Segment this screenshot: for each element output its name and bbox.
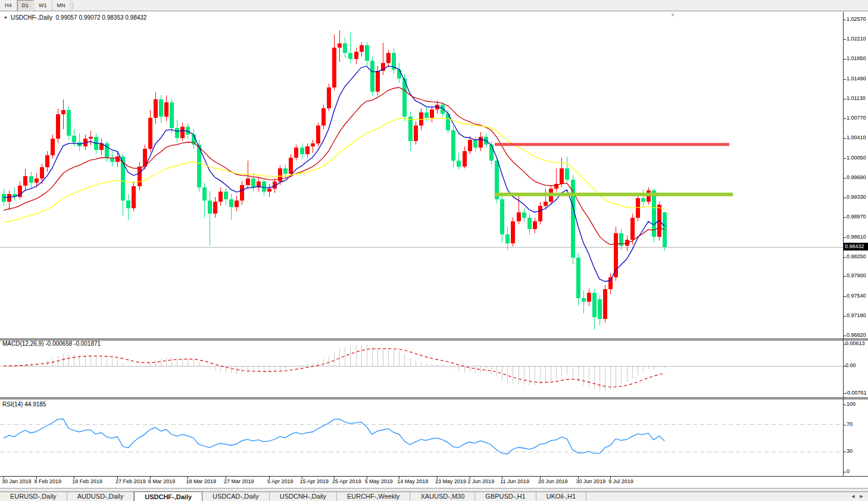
candles	[2, 30, 667, 329]
chart-shift-marker-icon: ▼	[670, 12, 675, 18]
chart-symbol-label: USDCHF-,Daily	[11, 14, 52, 21]
tab-scroll-right-icon[interactable]: ►	[857, 493, 866, 499]
toolbar-divider	[73, 1, 73, 10]
timeframe-toolbar: H4D1W1MN	[0, 0, 868, 11]
timeframe-button-w1[interactable]: W1	[34, 0, 52, 11]
chart-tab-eurchf-weekly[interactable]: EURCHF-,Weekly	[337, 492, 410, 501]
chart-ohlc-values: 0.99057 0.99072 0.98353 0.98432	[56, 14, 147, 21]
mt4-terminal: { "toolbar": { "timeframes": [ {"label":…	[0, 0, 868, 501]
chart-tab-audusd-daily[interactable]: AUDUSD-,Daily	[67, 492, 135, 501]
tab-scroller: ◄►	[849, 493, 866, 499]
symbol-dropdown-icon[interactable]: ▼	[4, 15, 8, 20]
rsi-label: RSI(14) 44.9185	[2, 401, 46, 408]
tab-scroll-left-icon[interactable]: ◄	[849, 493, 857, 499]
chart-tab-bar: ◄► EURUSD-,DailyAUDUSD-,DailyUSDCHF-,Dai…	[0, 491, 868, 501]
chart-tab-eurusd-daily[interactable]: EURUSD-,Daily	[0, 492, 67, 501]
timeframe-button-mn[interactable]: MN	[52, 0, 71, 11]
timeframe-button-h4[interactable]: H4	[0, 0, 17, 11]
macd-label: MACD(12,26,9) -0.000658 -0.001871	[2, 340, 101, 347]
chart-tab-usdcnh-daily[interactable]: USDCNH-,Daily	[270, 492, 337, 501]
chart-tab-usdchf-daily[interactable]: USDCHF-,Daily	[134, 491, 202, 501]
chart-title: ▼USDCHF-,Daily 0.99057 0.99072 0.98353 0…	[4, 14, 146, 21]
chart-tab-xauusd-m30[interactable]: XAUUSD-,M30	[410, 492, 475, 501]
pane-frames	[0, 12, 868, 476]
chart-tab-gbpusd-h1[interactable]: GBPUSD-,H1	[475, 492, 536, 501]
chart-tab-ukoil-h1[interactable]: UKOil-,H1	[536, 492, 587, 501]
rsi-line	[4, 419, 664, 454]
chart-drawing-layer	[0, 0, 868, 501]
current-price-badge: 0.98432	[844, 243, 868, 250]
chart-tab-usdcad-daily[interactable]: USDCAD-,Daily	[202, 492, 270, 501]
timeframe-button-d1[interactable]: D1	[17, 0, 35, 11]
macd-histogram	[4, 345, 665, 392]
axis-ticks	[4, 20, 847, 480]
